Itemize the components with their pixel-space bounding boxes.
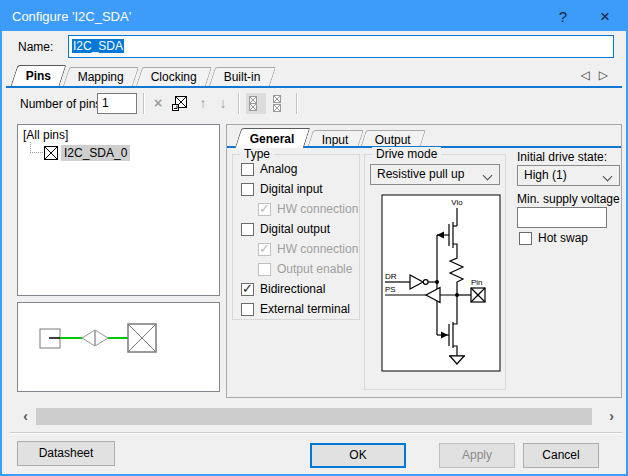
toolbar-separator bbox=[143, 93, 144, 114]
pin-icon bbox=[44, 146, 58, 160]
tab-mapping[interactable]: Mapping bbox=[63, 67, 139, 86]
drive-mode-schematic: Vio DR PS Pin bbox=[380, 192, 504, 374]
checkbox-box bbox=[241, 303, 254, 316]
cancel-button[interactable]: Cancel bbox=[523, 443, 599, 468]
min-supply-voltage-label: Min. supply voltage bbox=[517, 192, 621, 206]
apply-button: Apply bbox=[439, 443, 515, 468]
datasheet-button[interactable]: Datasheet bbox=[17, 441, 115, 466]
title-bar: Configure 'I2C_SDA' ? × bbox=[2, 2, 626, 31]
scrollbar-thumb[interactable] bbox=[36, 408, 592, 425]
drive-mode-title: Drive mode bbox=[372, 147, 441, 161]
window-title: Configure 'I2C_SDA' bbox=[12, 2, 131, 31]
svg-text:PS: PS bbox=[385, 285, 396, 294]
delete-pin-button: × bbox=[148, 93, 168, 114]
initial-drive-state-select[interactable]: High (1) bbox=[517, 165, 620, 186]
unpair-pins-icon bbox=[270, 95, 284, 112]
type-group-title: Type bbox=[240, 147, 274, 161]
configure-pin-dialog: Configure 'I2C_SDA' ? × Name: I2C_SDA Pi… bbox=[0, 0, 628, 476]
pin-preview-diagram bbox=[18, 303, 219, 391]
move-up-icon: ↑ bbox=[200, 95, 207, 111]
help-button[interactable]: ? bbox=[544, 2, 582, 31]
checkbox-box bbox=[258, 243, 271, 256]
tab-built-in[interactable]: Built-in bbox=[209, 67, 276, 86]
help-icon: ? bbox=[559, 8, 567, 25]
checkbox-box bbox=[258, 203, 271, 216]
move-pin-down-button: ↓ bbox=[213, 93, 233, 114]
type-group: Type Analog Digital input HW connection … bbox=[232, 154, 360, 320]
close-icon: × bbox=[600, 7, 610, 26]
close-button[interactable]: × bbox=[586, 2, 624, 31]
svg-text:DR: DR bbox=[385, 272, 397, 281]
name-label: Name: bbox=[18, 40, 53, 54]
tab-clocking[interactable]: Clocking bbox=[136, 67, 212, 86]
checkbox-box bbox=[241, 163, 254, 176]
tab-pins[interactable]: Pins bbox=[11, 65, 67, 86]
horizontal-scrollbar: ‹ › bbox=[17, 408, 620, 425]
tree-elbow bbox=[30, 142, 43, 153]
initial-drive-state-label: Initial drive state: bbox=[517, 150, 607, 164]
checkbox-box bbox=[241, 283, 254, 296]
main-tab-underline bbox=[6, 86, 622, 88]
unpair-pins-button bbox=[270, 93, 290, 114]
footer-separator bbox=[10, 432, 622, 434]
number-of-pins-input[interactable]: 1 bbox=[97, 93, 137, 114]
chevron-down-icon bbox=[483, 171, 493, 181]
svg-text:Pin: Pin bbox=[471, 278, 483, 287]
toolbar-separator bbox=[296, 93, 297, 114]
name-input[interactable]: I2C_SDA bbox=[68, 35, 614, 58]
delete-icon: × bbox=[154, 95, 162, 111]
name-input-selected-text: I2C_SDA bbox=[72, 39, 124, 53]
add-pin-icon bbox=[171, 95, 188, 112]
scroll-right-button[interactable]: › bbox=[603, 408, 620, 425]
checkbox-box bbox=[519, 232, 532, 245]
pair-pins-icon bbox=[246, 95, 260, 112]
min-supply-voltage-input[interactable] bbox=[517, 207, 607, 228]
checkbox-box bbox=[241, 183, 254, 196]
chevron-down-icon bbox=[603, 172, 613, 182]
scroll-right-icon: › bbox=[609, 408, 614, 424]
scroll-left-icon: ‹ bbox=[23, 408, 28, 424]
ok-button[interactable]: OK bbox=[310, 443, 406, 468]
checkbox-box bbox=[258, 263, 271, 276]
tree-item-label: I2C_SDA_0 bbox=[61, 145, 130, 161]
tree-root-all-pins[interactable]: [All pins] bbox=[23, 128, 68, 142]
main-tab-strip: Pins Mapping Clocking Built-in bbox=[14, 65, 276, 86]
pair-pins-button bbox=[246, 93, 266, 114]
number-of-pins-label: Number of pins: bbox=[20, 97, 105, 111]
add-pin-button[interactable] bbox=[171, 93, 191, 114]
pin-preview-panel bbox=[17, 302, 220, 392]
move-pin-up-button: ↑ bbox=[193, 93, 213, 114]
scroll-left-button[interactable]: ‹ bbox=[17, 408, 34, 425]
tab-general[interactable]: General bbox=[235, 128, 310, 148]
tab-scroll-right-icon[interactable]: ▷ bbox=[599, 68, 608, 82]
pin-tree-panel: [All pins] I2C_SDA_0 bbox=[17, 124, 220, 296]
svg-text:Vio: Vio bbox=[451, 198, 463, 207]
detail-tab-strip: General Input Output bbox=[238, 128, 426, 148]
toolbar-separator bbox=[238, 93, 239, 114]
drive-mode-select[interactable]: Resistive pull up bbox=[370, 164, 500, 185]
tab-scroll-left-icon[interactable]: ◁ bbox=[581, 68, 590, 82]
checkbox-box bbox=[241, 223, 254, 236]
move-down-icon: ↓ bbox=[220, 95, 227, 111]
